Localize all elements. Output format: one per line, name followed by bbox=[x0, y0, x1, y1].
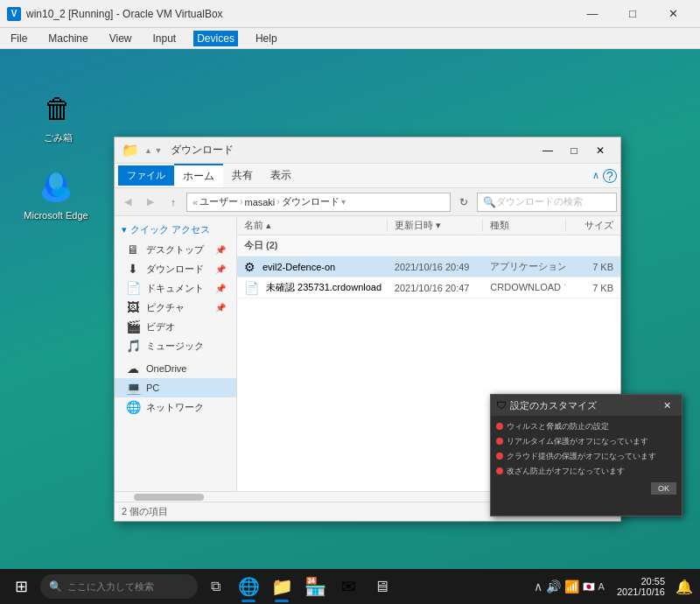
host-title: win10_2 [Running] - Oracle VM VirtualBox bbox=[26, 8, 223, 20]
col-type[interactable]: 種類 bbox=[483, 219, 565, 232]
explorer-minimize-btn[interactable]: — bbox=[535, 138, 561, 163]
start-button[interactable]: ⊞ bbox=[4, 569, 38, 604]
taskbar-systray: ∧ 🔊 📶 🇯🇵 A bbox=[528, 579, 610, 593]
explorer-controls: — □ ✕ bbox=[535, 138, 613, 163]
file-row-crdownload[interactable]: 📄 未確認 235731.crdownload 2021/10/16 20:47… bbox=[237, 277, 620, 298]
search-box[interactable]: 🔍 ダウンロードの検索 bbox=[477, 193, 617, 212]
maximize-button[interactable]: □ bbox=[612, 0, 653, 28]
help-btn[interactable]: ? bbox=[603, 169, 617, 183]
sidebar-item-pictures[interactable]: 🖼 ピクチャ 📌 bbox=[115, 298, 236, 317]
popup-text-4: 改ざん防止がオフになっています bbox=[507, 466, 625, 477]
overlay-popup: 🛡 設定のカスタマイズ ✕ ウィルスと脅威の防止の設定 リアルタイム保護がオフに… bbox=[490, 394, 682, 516]
titlebar-controls: — □ ✕ bbox=[572, 0, 693, 28]
sidebar-item-onedrive[interactable]: ☁ OneDrive bbox=[115, 359, 236, 378]
vbox-icon: V bbox=[7, 7, 21, 21]
sidebar-quick-access[interactable]: ▾ クイック アクセス bbox=[115, 220, 236, 240]
menu-machine[interactable]: Machine bbox=[45, 31, 91, 46]
refresh-btn[interactable]: ↻ bbox=[454, 193, 473, 212]
explorer-sidebar: ▾ クイック アクセス 🖥 デスクトップ 📌 ⬇ ダウンロード 📌 bbox=[115, 216, 237, 491]
taskbar-display[interactable]: 🖥 bbox=[366, 569, 397, 604]
sidebar-item-video[interactable]: 🎬 ビデオ bbox=[115, 317, 236, 336]
vm-taskbar: ⊞ 🔍 ここに入力して検索 ⧉ 🌐 📁 🏪 bbox=[0, 569, 700, 604]
taskbar-explorer[interactable]: 📁 bbox=[266, 569, 298, 604]
host-menubar: File Machine View Input Devices Help bbox=[0, 28, 700, 49]
network-label: ネットワーク bbox=[146, 401, 204, 414]
search-placeholder: ダウンロードの検索 bbox=[496, 195, 583, 208]
chevron-up-icon[interactable]: ∧ bbox=[534, 579, 542, 593]
network-icon[interactable]: 📶 bbox=[564, 579, 579, 593]
ribbon-tab-share[interactable]: 共有 bbox=[223, 165, 262, 186]
ribbon-tab-view[interactable]: 表示 bbox=[262, 165, 300, 186]
taskbar-search[interactable]: 🔍 ここに入力して検索 bbox=[40, 574, 198, 599]
menu-devices[interactable]: Devices bbox=[193, 31, 238, 46]
display-taskbar-icon: 🖥 bbox=[374, 578, 389, 596]
file-name-crdownload: 未確認 235731.crdownload bbox=[266, 281, 382, 294]
download-sidebar-icon: ⬇ bbox=[125, 262, 141, 276]
windows-icon: ⊞ bbox=[15, 577, 28, 596]
menu-view[interactable]: View bbox=[106, 31, 136, 46]
search-icon: 🔍 bbox=[483, 196, 496, 208]
popup-item-4: 改ざん防止がオフになっています bbox=[496, 466, 676, 477]
red-dot-1 bbox=[496, 423, 503, 430]
menu-input[interactable]: Input bbox=[150, 31, 180, 46]
edge-label: Microsoft Edge bbox=[24, 210, 88, 221]
ribbon-tab-file[interactable]: ファイル bbox=[118, 165, 174, 186]
status-text: 2 個の項目 bbox=[122, 505, 168, 518]
menu-file[interactable]: File bbox=[7, 31, 31, 46]
documents-label: ドキュメント bbox=[146, 282, 204, 295]
minimize-button[interactable]: — bbox=[572, 0, 612, 28]
col-name[interactable]: 名前 ▴ bbox=[237, 219, 388, 232]
explorer-close-btn[interactable]: ✕ bbox=[587, 138, 613, 163]
file-row-evil2[interactable]: ⚙ evil2-Defence-on 2021/10/16 20:49 アプリケ… bbox=[237, 256, 620, 277]
exe-file-icon: ⚙ bbox=[244, 260, 256, 274]
downloads-label: ダウンロード bbox=[146, 263, 204, 276]
popup-text-2: リアルタイム保護がオフになっています bbox=[507, 436, 648, 447]
task-view-btn[interactable]: ⧉ bbox=[200, 569, 231, 604]
vm-desktop: 🗑 ごみ箱 Microsoft Edge 📁 bbox=[0, 49, 700, 604]
sidebar-item-network[interactable]: 🌐 ネットワーク bbox=[115, 397, 236, 417]
music-sidebar-icon: 🎵 bbox=[125, 339, 141, 353]
col-size[interactable]: サイズ bbox=[566, 219, 620, 232]
sidebar-item-music[interactable]: 🎵 ミュージック bbox=[115, 336, 236, 355]
desktop-icon-edge[interactable]: Microsoft Edge bbox=[24, 163, 88, 224]
sidebar-item-desktop[interactable]: 🖥 デスクトップ 📌 bbox=[115, 240, 236, 259]
red-dot-4 bbox=[496, 467, 503, 474]
desktop-label: デスクトップ bbox=[146, 243, 204, 256]
close-button[interactable]: ✕ bbox=[653, 0, 693, 28]
ribbon-collapse-btn[interactable]: ∧ bbox=[592, 170, 599, 181]
taskbar-edge[interactable]: 🌐 bbox=[233, 569, 264, 604]
ime-icon[interactable]: A bbox=[598, 581, 605, 592]
explorer-maximize-btn[interactable]: □ bbox=[561, 138, 587, 163]
forward-btn[interactable]: ▶ bbox=[141, 193, 160, 212]
music-label: ミュージック bbox=[146, 340, 204, 353]
video-label: ビデオ bbox=[146, 320, 175, 334]
popup-icon: 🛡 bbox=[496, 399, 507, 411]
popup-close-btn[interactable]: ✕ bbox=[657, 396, 676, 415]
back-btn[interactable]: ◀ bbox=[118, 193, 137, 212]
sidebar-item-pc[interactable]: 💻 PC bbox=[115, 378, 236, 397]
popup-ok-btn[interactable]: OK bbox=[651, 482, 676, 495]
ribbon-tab-home[interactable]: ホーム bbox=[174, 164, 223, 187]
explorer-title: ダウンロード bbox=[171, 143, 529, 158]
taskbar-mail[interactable]: ✉ bbox=[332, 569, 364, 604]
sidebar-item-downloads[interactable]: ⬇ ダウンロード 📌 bbox=[115, 259, 236, 278]
notification-btn[interactable]: 🔔 bbox=[672, 569, 696, 604]
quick-access-label: クイック アクセス bbox=[130, 223, 210, 236]
col-date[interactable]: 更新日時 ▾ bbox=[388, 219, 484, 232]
language-icon[interactable]: 🇯🇵 bbox=[583, 581, 595, 593]
up-btn[interactable]: ↑ bbox=[164, 193, 183, 212]
desktop-icon-recycle-bin[interactable]: 🗑 ごみ箱 bbox=[26, 84, 89, 148]
address-bar[interactable]: « ユーザー › masaki › ダウンロード ▾ bbox=[186, 193, 451, 212]
edge-taskbar-icon: 🌐 bbox=[238, 576, 260, 597]
scrollbar-thumb[interactable] bbox=[134, 494, 204, 501]
chevron-icon: ▾ bbox=[122, 224, 127, 235]
volume-icon[interactable]: 🔊 bbox=[546, 579, 561, 593]
taskbar-store[interactable]: 🏪 bbox=[299, 569, 331, 604]
explorer-navbar: ◀ ▶ ↑ « ユーザー › masaki › ダウンロード ▾ bbox=[115, 188, 620, 216]
taskbar-clock[interactable]: 20:55 2021/10/16 bbox=[612, 576, 670, 597]
taskbar-search-placeholder: ここに入力して検索 bbox=[67, 580, 154, 593]
sidebar-item-documents[interactable]: 📄 ドキュメント 📌 bbox=[115, 278, 236, 298]
menu-help[interactable]: Help bbox=[252, 31, 281, 46]
host-window: V win10_2 [Running] - Oracle VM VirtualB… bbox=[0, 0, 700, 604]
red-dot-3 bbox=[496, 453, 503, 460]
